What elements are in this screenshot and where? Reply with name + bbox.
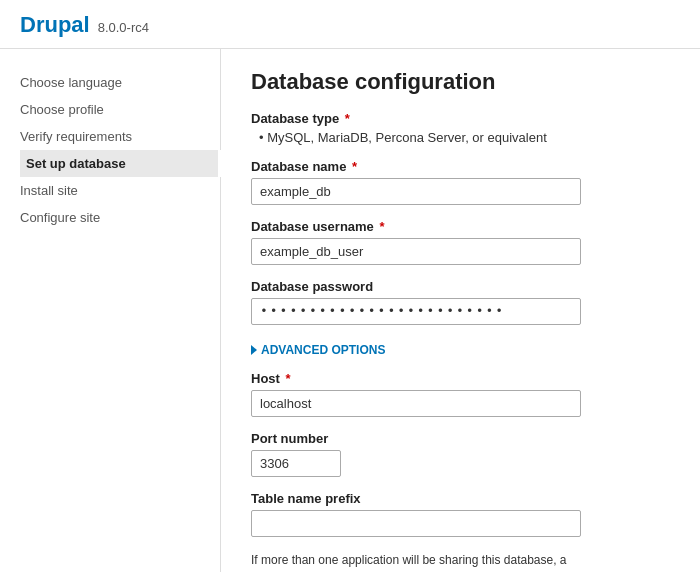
db-password-label: Database password [251,279,670,294]
advanced-options-label: ADVANCED OPTIONS [261,343,385,357]
db-type-option: MySQL, MariaDB, Percona Server, or equiv… [259,130,670,145]
table-prefix-label: Table name prefix [251,491,670,506]
host-input[interactable] [251,390,581,417]
sidebar-item-verify-requirements[interactable]: Verify requirements [20,123,220,150]
db-username-input[interactable] [251,238,581,265]
sidebar-item-install-site[interactable]: Install site [20,177,220,204]
sidebar-item-configure-site[interactable]: Configure site [20,204,220,231]
db-username-label: Database username * [251,219,670,234]
triangle-icon [251,345,257,355]
table-prefix-input[interactable] [251,510,581,537]
content-area: Database configuration Database type * M… [220,49,700,572]
page-title: Database configuration [251,69,670,95]
port-label: Port number [251,431,670,446]
advanced-options-toggle[interactable]: ADVANCED OPTIONS [251,343,385,357]
db-type-label: Database type * [251,111,670,126]
info-text: If more than one application will be sha… [251,551,581,572]
db-password-group: Database password [251,279,670,325]
port-group: Port number [251,431,670,477]
port-wrapper [251,450,670,477]
drupal-logo: Drupal [20,12,90,38]
port-input[interactable] [251,450,341,477]
required-star-2: * [348,159,357,174]
db-name-label: Database name * [251,159,670,174]
db-type-group: Database type * MySQL, MariaDB, Percona … [251,111,670,145]
required-star-3: * [376,219,385,234]
db-name-group: Database name * [251,159,670,205]
required-star: * [341,111,350,126]
db-username-group: Database username * [251,219,670,265]
sidebar: Choose language Choose profile Verify re… [0,49,220,572]
host-label: Host * [251,371,670,386]
sidebar-item-set-up-database[interactable]: Set up database [20,150,221,177]
sidebar-item-choose-language[interactable]: Choose language [20,69,220,96]
version-badge: 8.0.0-rc4 [98,20,149,35]
required-star-4: * [282,371,291,386]
top-bar: Drupal 8.0.0-rc4 [0,0,700,49]
sidebar-item-choose-profile[interactable]: Choose profile [20,96,220,123]
main-area: Choose language Choose profile Verify re… [0,49,700,572]
db-name-input[interactable] [251,178,581,205]
host-group: Host * [251,371,670,417]
db-password-input[interactable] [251,298,581,325]
table-prefix-group: Table name prefix [251,491,670,537]
